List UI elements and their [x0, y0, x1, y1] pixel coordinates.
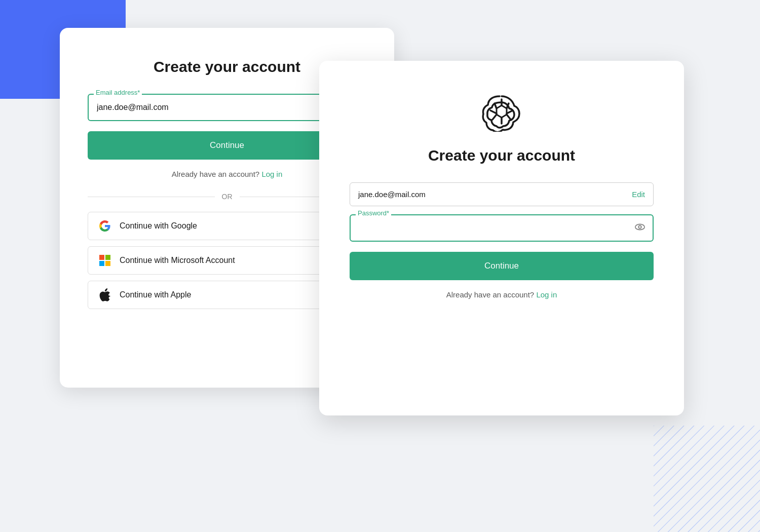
openai-logo-icon	[481, 91, 522, 132]
svg-point-7	[638, 225, 641, 229]
email-display-value: jane.doe@mail.com	[358, 190, 426, 199]
svg-point-6	[635, 224, 644, 230]
microsoft-icon	[98, 254, 111, 267]
svg-rect-1	[654, 426, 760, 532]
svg-rect-4	[99, 261, 104, 266]
login-link-back[interactable]: Log in	[261, 170, 282, 178]
svg-rect-5	[105, 261, 110, 266]
edit-email-link[interactable]: Edit	[632, 190, 645, 199]
card-front-title: Create your account	[350, 147, 654, 164]
microsoft-button-label: Continue with Microsoft Account	[120, 256, 235, 265]
password-input-group: Password*	[350, 214, 654, 242]
password-label: Password*	[356, 209, 391, 217]
continue-button-front[interactable]: Continue	[350, 252, 654, 280]
login-link-front[interactable]: Log in	[536, 290, 557, 299]
svg-rect-2	[99, 255, 104, 260]
email-display-row: jane.doe@mail.com Edit	[350, 182, 654, 206]
google-button-label: Continue with Google	[120, 221, 197, 231]
openai-logo-container	[350, 91, 654, 132]
svg-rect-3	[105, 255, 110, 260]
login-prompt-front: Already have an account? Log in	[350, 290, 654, 299]
email-label: Email address*	[94, 89, 142, 96]
password-input[interactable]	[350, 214, 654, 242]
card-password-signup: Create your account jane.doe@mail.com Ed…	[319, 61, 684, 415]
google-icon	[98, 219, 111, 233]
apple-icon	[98, 288, 111, 301]
apple-button-label: Continue with Apple	[120, 290, 191, 299]
diagonal-decoration	[654, 426, 760, 532]
toggle-password-icon[interactable]	[634, 221, 645, 235]
